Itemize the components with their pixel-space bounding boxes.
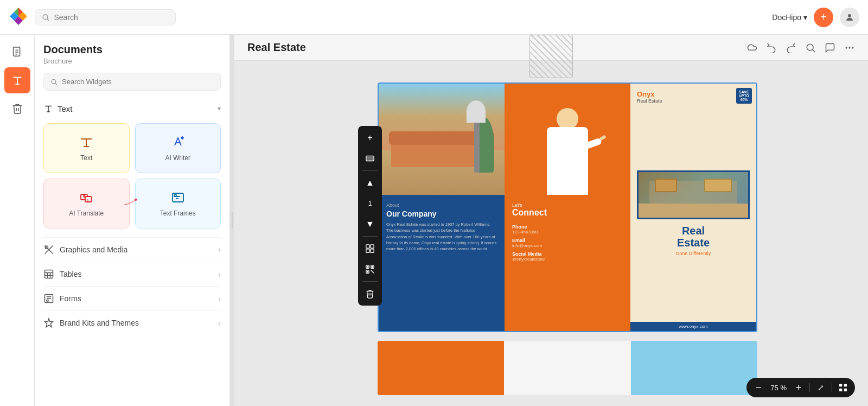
text-frames-icon (170, 190, 186, 205)
forms-label: Forms (60, 294, 81, 303)
search-widgets[interactable] (43, 73, 221, 91)
hatch-pattern (529, 61, 573, 78)
company-text: Onyx Real Estate was started in 1907 by … (386, 221, 497, 252)
zoom-in-button[interactable]: + (791, 380, 806, 395)
svg-rect-58 (366, 249, 369, 252)
search-widgets-input[interactable] (62, 78, 214, 86)
zoom-bar: − 75 % + ⤢ (746, 378, 855, 397)
website-bar: www.onyx.com (630, 322, 756, 331)
text-section-icon (43, 104, 53, 113)
svg-point-52 (852, 47, 853, 48)
widget-panel: Documents Brochure Text ▾ (35, 35, 230, 406)
tables-left: Tables (43, 269, 81, 280)
more-options-icon (844, 42, 855, 53)
comment-icon (825, 42, 835, 53)
contact-info: Let's Connect Phone 123-4567890 Email in… (505, 195, 630, 331)
section-forms[interactable]: Forms › (43, 286, 221, 310)
redo-icon (786, 42, 796, 53)
svg-rect-9 (13, 47, 20, 56)
brand-title: Onyx (637, 90, 750, 98)
search-canvas-button[interactable] (805, 42, 816, 53)
grid-view-button[interactable] (835, 380, 851, 395)
widget-text-frames[interactable]: Text Frames (135, 179, 221, 229)
zoom-level: 75 % (768, 384, 789, 392)
redo-button[interactable] (786, 42, 796, 53)
dochipo-menu[interactable]: DocHipo ▾ (772, 13, 807, 22)
search-widgets-icon (50, 78, 58, 86)
svg-line-7 (47, 18, 49, 20)
add-button[interactable]: + (360, 128, 380, 148)
svg-point-50 (846, 47, 847, 48)
resize-handle[interactable] (230, 35, 234, 406)
widget-text[interactable]: Text (43, 123, 130, 173)
about-label: About (386, 202, 497, 208)
ai-writer-icon (170, 135, 186, 150)
user-avatar[interactable] (840, 8, 859, 27)
sidebar-item-document[interactable] (4, 39, 30, 65)
grid-button[interactable] (360, 239, 380, 258)
brochure-right-panel: Onyx Real Estate SAVE UPTO 40% (630, 84, 756, 331)
preview2-mid (504, 341, 630, 395)
section-brand-kits[interactable]: Brand Kits and Themes › (43, 310, 221, 335)
real-line1: Real (682, 225, 705, 237)
search-icon (42, 13, 49, 22)
widget-ai-writer[interactable]: AI Writer (135, 123, 221, 173)
brand-kits-chevron-icon: › (218, 319, 221, 327)
brand-kits-label: Brand Kits and Themes (60, 319, 139, 327)
phone-value: 123-4567890 (512, 230, 623, 234)
graphics-chevron-icon: › (218, 245, 221, 254)
zoom-divider (809, 383, 810, 392)
svg-point-16 (52, 79, 56, 84)
widget-ai-translate[interactable]: A AI Translate (43, 179, 130, 229)
text-section-label: Text (43, 104, 73, 113)
text-widget-label: Text (80, 154, 92, 162)
svg-rect-56 (366, 245, 369, 248)
undo-icon (766, 42, 777, 53)
forms-icon (43, 293, 54, 304)
dochipo-label: DocHipo (772, 13, 801, 22)
cloud-save-button[interactable] (746, 42, 757, 53)
grid-view-icon (839, 384, 847, 391)
logo[interactable] (9, 7, 28, 28)
text-section-header[interactable]: Text ▾ (43, 99, 221, 118)
next-page-button[interactable]: ▼ (360, 214, 380, 234)
brochure-canvas[interactable]: About Our Company Onyx Real Estate was s… (378, 83, 757, 332)
svg-rect-46 (47, 300, 48, 302)
svg-rect-65 (367, 271, 368, 272)
comment-button[interactable] (825, 42, 835, 53)
email-value: info@onyx.com (512, 243, 623, 248)
prev-page-button[interactable]: ▲ (360, 173, 380, 193)
zoom-out-button[interactable]: − (751, 380, 766, 395)
company-info: About Our Company Onyx Real Estate was s… (379, 195, 505, 331)
delete-button[interactable] (360, 284, 380, 303)
topbar-search[interactable] (35, 9, 176, 26)
canvas-title: Real Estate (247, 41, 306, 54)
fit-screen-button[interactable]: ⤢ (813, 380, 828, 395)
sidebar-item-text[interactable] (4, 67, 30, 93)
search-canvas-icon (805, 42, 816, 53)
more-options-button[interactable] (844, 42, 855, 53)
canvas-scroll[interactable]: + ▲ 1 ▼ (234, 61, 868, 406)
layers-button[interactable] (360, 149, 380, 168)
section-tables[interactable]: Tables › (43, 262, 221, 286)
create-plus-button[interactable]: + (814, 8, 833, 27)
living-room-image (379, 84, 505, 195)
svg-rect-70 (844, 389, 847, 391)
interior-image (637, 170, 750, 219)
save-line1: SAVE (739, 90, 749, 94)
qr-button[interactable] (360, 259, 380, 279)
brand-section: Onyx Real Estate SAVE UPTO 40% (630, 84, 756, 170)
section-graphics-media[interactable]: Graphics and Media › (43, 237, 221, 262)
undo-button[interactable] (766, 42, 777, 53)
tables-icon (43, 269, 54, 280)
forms-chevron-icon: › (218, 294, 221, 303)
cloud-icon (746, 42, 757, 53)
topbar-search-input[interactable] (54, 13, 169, 22)
toolbar-divider (362, 170, 378, 171)
graphics-media-left: Graphics and Media (43, 244, 127, 255)
sidebar-item-trash[interactable] (4, 96, 30, 122)
svg-point-51 (848, 47, 850, 48)
brochure-preview-2 (378, 341, 757, 395)
topbar-right: DocHipo ▾ + (772, 8, 859, 27)
social-label: Social Media (512, 251, 623, 257)
